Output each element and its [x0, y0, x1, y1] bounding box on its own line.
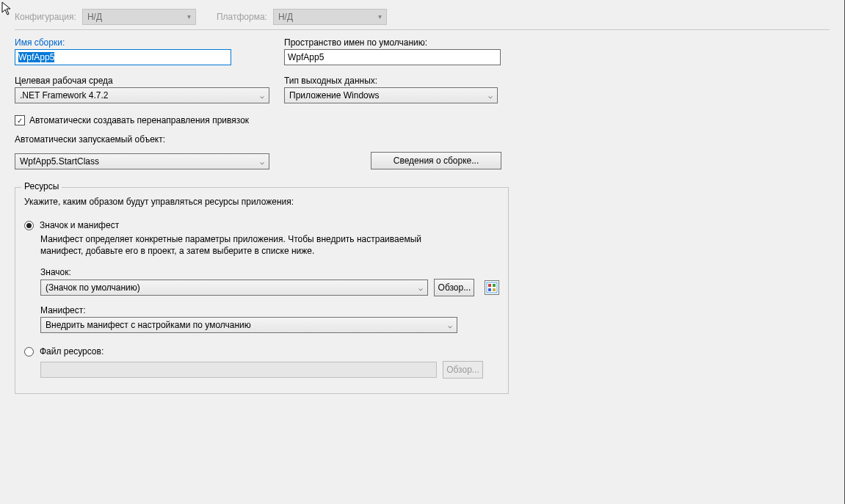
assembly-name-label: Имя сборки:: [15, 37, 268, 48]
assembly-info-button[interactable]: Сведения о сборке...: [371, 152, 501, 169]
svg-rect-1: [488, 284, 491, 287]
output-type-value: Приложение Windows: [289, 90, 379, 101]
default-namespace-input[interactable]: WpfApp5: [284, 49, 501, 65]
manifest-label: Манифест:: [40, 305, 499, 315]
chevron-down-icon: ▾: [187, 13, 191, 21]
chevron-down-icon: ▾: [378, 13, 382, 21]
svg-rect-4: [493, 288, 496, 291]
platform-label: Платформа:: [217, 12, 267, 22]
target-framework-select[interactable]: .NET Framework 4.7.2 ⌵: [15, 87, 269, 103]
assembly-name-value: WpfApp5: [18, 52, 54, 62]
startup-object-select[interactable]: WpfApp5.StartClass ⌵: [15, 153, 269, 169]
divider: [15, 29, 830, 30]
assembly-name-input[interactable]: WpfApp5: [15, 49, 231, 65]
icon-manifest-radio-label: Значок и манифест: [40, 220, 119, 230]
auto-binding-redirects-checkbox[interactable]: ✓: [15, 115, 25, 125]
chevron-down-icon: ⌵: [418, 284, 423, 292]
chevron-down-icon: ⌵: [260, 158, 264, 166]
target-framework-value: .NET Framework 4.7.2: [20, 90, 108, 101]
resource-file-browse-button: Обзор...: [443, 361, 483, 379]
svg-rect-3: [488, 288, 491, 291]
icon-manifest-radio[interactable]: [24, 221, 34, 230]
icon-preview: [485, 280, 499, 295]
manifest-select[interactable]: Внедрить манифест с настройками по умолч…: [40, 317, 457, 333]
configuration-select[interactable]: Н/Д ▾: [82, 9, 196, 25]
output-type-select[interactable]: Приложение Windows ⌵: [284, 87, 498, 103]
resource-file-radio[interactable]: [24, 347, 34, 357]
resources-intro: Укажите, каким образом будут управляться…: [24, 197, 499, 207]
icon-value: (Значок по умолчанию): [46, 282, 140, 293]
resource-file-input: [40, 362, 437, 378]
icon-select[interactable]: (Значок по умолчанию) ⌵: [40, 280, 428, 296]
resources-legend: Ресурсы: [21, 181, 62, 191]
icon-browse-button[interactable]: Обзор...: [434, 279, 474, 296]
configuration-value: Н/Д: [87, 12, 102, 22]
svg-rect-2: [493, 284, 496, 287]
icon-label: Значок:: [40, 267, 499, 277]
platform-value: Н/Д: [278, 12, 293, 22]
startup-object-label: Автоматически запускаемый объект:: [15, 134, 830, 145]
output-type-label: Тип выходных данных:: [284, 76, 512, 86]
startup-object-value: WpfApp5.StartClass: [20, 156, 99, 167]
target-framework-label: Целевая рабочая среда: [15, 76, 268, 86]
resources-fieldset: Ресурсы Укажите, каким образом будут упр…: [15, 187, 509, 394]
chevron-down-icon: ⌵: [260, 92, 264, 100]
manifest-value: Внедрить манифест с настройками по умолч…: [46, 320, 251, 330]
auto-binding-redirects-label: Автоматически создавать перенаправления …: [29, 115, 249, 125]
config-platform-row: Конфигурация: Н/Д ▾ Платформа: Н/Д ▾: [15, 9, 830, 25]
default-namespace-label: Пространство имен по умолчанию:: [284, 37, 512, 48]
chevron-down-icon: ⌵: [448, 321, 452, 329]
app-icon: [486, 282, 498, 293]
configuration-label: Конфигурация:: [15, 12, 76, 22]
icon-manifest-description: Манифест определяет конкретные параметры…: [40, 233, 437, 257]
default-namespace-value: WpfApp5: [288, 52, 324, 62]
chevron-down-icon: ⌵: [488, 92, 493, 100]
platform-select[interactable]: Н/Д ▾: [273, 9, 387, 25]
resource-file-radio-label: Файл ресурсов:: [40, 346, 104, 357]
